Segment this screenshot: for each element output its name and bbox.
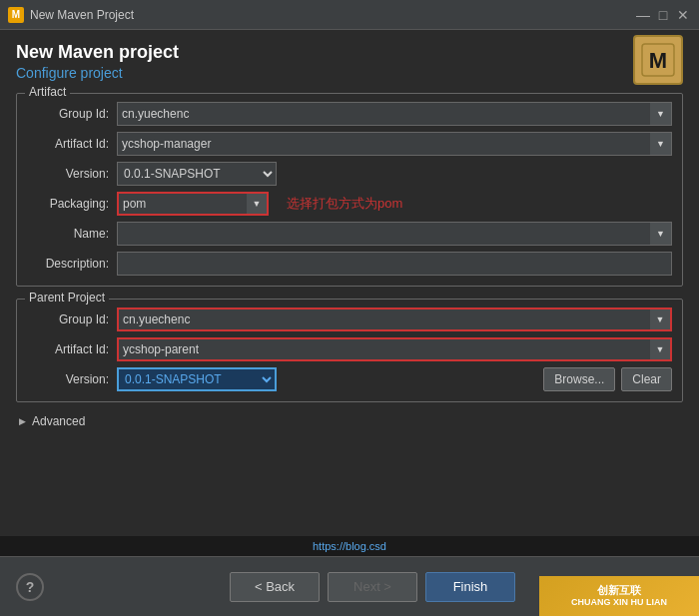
parent-group-id-row: Group Id: ▼: [27, 308, 672, 331]
back-button[interactable]: < Back: [230, 572, 320, 602]
parent-project-section: Parent Project Group Id: ▼ Artifact Id: …: [16, 299, 683, 402]
packaging-dropdown-arrow[interactable]: ▼: [247, 192, 269, 216]
group-id-combo: ▼: [117, 102, 672, 126]
advanced-label: Advanced: [32, 414, 85, 428]
version-select[interactable]: 0.0.1-SNAPSHOT: [117, 162, 277, 186]
artifact-id-label: Artifact Id:: [27, 137, 117, 151]
parent-group-id-label: Group Id:: [27, 312, 117, 326]
parent-version-select[interactable]: 0.0.1-SNAPSHOT: [117, 367, 277, 391]
packaging-combo: ▼: [117, 192, 277, 216]
page-subtitle: Configure project: [16, 65, 683, 81]
title-bar: M New Maven Project — □ ✕: [0, 0, 699, 30]
artifact-id-combo: ▼: [117, 132, 672, 156]
blog-url-bar: https://blog.csd: [0, 536, 699, 556]
help-button[interactable]: ?: [16, 573, 44, 601]
finish-button[interactable]: Finish: [425, 572, 515, 602]
name-row: Name: ▼: [27, 222, 672, 246]
minimize-button[interactable]: —: [635, 7, 651, 23]
app-icon: M: [8, 7, 24, 23]
packaging-row: Packaging: ▼ 选择打包方式为pom: [27, 192, 672, 216]
artifact-id-dropdown-arrow[interactable]: ▼: [650, 132, 672, 156]
parent-artifact-id-row: Artifact Id: ▼: [27, 337, 672, 361]
title-bar-text: New Maven Project: [30, 8, 134, 22]
advanced-arrow-icon: ▶: [16, 415, 28, 427]
close-button[interactable]: ✕: [675, 7, 691, 23]
artifact-section: Artifact Group Id: ▼ Artifact Id: ▼ Vers…: [16, 93, 683, 287]
parent-artifact-id-dropdown-arrow[interactable]: ▼: [650, 337, 672, 361]
group-id-input[interactable]: [117, 102, 650, 126]
description-input[interactable]: [117, 252, 672, 276]
group-id-dropdown-arrow[interactable]: ▼: [650, 102, 672, 126]
title-bar-controls: — □ ✕: [635, 7, 691, 23]
description-label: Description:: [27, 257, 117, 271]
artifact-id-input[interactable]: [117, 132, 650, 156]
clear-button[interactable]: Clear: [621, 367, 672, 391]
name-dropdown-arrow[interactable]: ▼: [650, 222, 672, 246]
parent-group-id-combo: ▼: [117, 308, 672, 331]
name-combo: ▼: [117, 222, 672, 246]
parent-artifact-id-label: Artifact Id:: [27, 342, 117, 356]
parent-artifact-id-input[interactable]: [117, 337, 650, 361]
browse-button[interactable]: Browse...: [543, 367, 615, 391]
version-label: Version:: [27, 167, 117, 181]
packaging-label: Packaging:: [27, 197, 117, 211]
parent-group-id-dropdown-arrow[interactable]: ▼: [650, 308, 672, 331]
svg-text:M: M: [649, 48, 667, 73]
parent-version-row: Version: 0.0.1-SNAPSHOT Browse... Clear: [27, 367, 672, 391]
parent-group-id-input[interactable]: [117, 308, 650, 331]
parent-section-title: Parent Project: [25, 291, 109, 305]
maximize-button[interactable]: □: [655, 7, 671, 23]
title-bar-left: M New Maven Project: [8, 7, 134, 23]
advanced-section[interactable]: ▶ Advanced: [16, 414, 683, 428]
next-button[interactable]: Next >: [328, 572, 417, 602]
description-row: Description:: [27, 252, 672, 276]
name-label: Name:: [27, 227, 117, 241]
group-id-row: Group Id: ▼: [27, 102, 672, 126]
page-title: New Maven project: [16, 42, 683, 63]
artifact-id-row: Artifact Id: ▼: [27, 132, 672, 156]
maven-logo: M: [633, 35, 683, 85]
packaging-annotation: 选择打包方式为pom: [287, 195, 402, 213]
main-content: New Maven project Configure project Arti…: [0, 30, 699, 556]
parent-artifact-id-combo: ▼: [117, 337, 672, 361]
parent-version-label: Version:: [27, 372, 117, 386]
group-id-label: Group Id:: [27, 107, 117, 121]
packaging-input[interactable]: [117, 192, 247, 216]
artifact-section-title: Artifact: [25, 85, 70, 99]
version-row: Version: 0.0.1-SNAPSHOT: [27, 162, 672, 186]
name-input[interactable]: [117, 222, 650, 246]
watermark: 创新互联 CHUANG XIN HU LIAN: [539, 576, 699, 616]
